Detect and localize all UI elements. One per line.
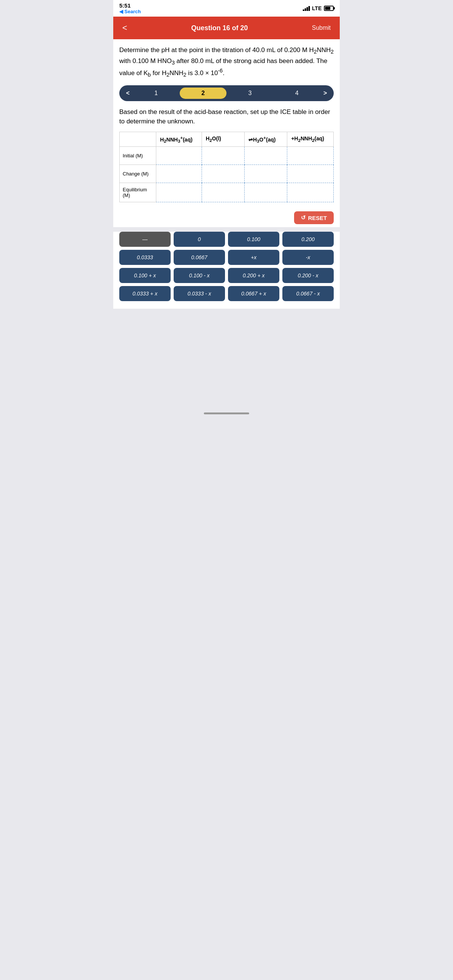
prev-step-button[interactable]: <: [123, 88, 132, 98]
answer-grid: — 0 0.100 0.200 0.0333 0.0667 +x -x 0.10…: [113, 232, 340, 309]
answer-btn-00667-minus-x[interactable]: 0.0667 - x: [282, 286, 334, 301]
main-content: Determine the pH at the point in the tit…: [113, 39, 340, 227]
equilibrium-cell-2[interactable]: [202, 183, 244, 202]
lte-label: LTE: [312, 5, 322, 11]
status-time: 5:51: [119, 2, 141, 9]
answer-btn-plus-x[interactable]: +x: [228, 250, 279, 265]
back-search-link[interactable]: ◀ Search: [119, 9, 141, 14]
answer-btn-00333-minus-x[interactable]: 0.0333 - x: [174, 286, 225, 301]
step-navigator: < 1 2 3 4 >: [119, 85, 334, 101]
initial-label: Initial (M): [120, 147, 156, 165]
sub-question-text: Based on the result of the acid-base rea…: [119, 107, 334, 126]
reset-icon: ↺: [301, 214, 306, 221]
status-right: LTE: [303, 5, 334, 11]
initial-cell-4[interactable]: [287, 147, 334, 165]
back-button[interactable]: <: [119, 22, 130, 34]
step-1-button[interactable]: 1: [132, 88, 179, 99]
ice-table: H2NNH3+(aq) H2O(l) ⇌H3O+(aq) +H2NNH2(aq)…: [119, 132, 334, 202]
question-progress: Question 16 of 20: [130, 24, 309, 32]
initial-cell-2[interactable]: [202, 147, 244, 165]
ice-row-initial: Initial (M): [120, 147, 334, 165]
answer-btn-0200[interactable]: 0.200: [282, 232, 334, 247]
reset-row: ↺ RESET: [119, 208, 334, 227]
signal-icon: [303, 6, 310, 11]
equilibrium-cell-4[interactable]: [287, 183, 334, 202]
answer-btn-00333-plus-x[interactable]: 0.0333 + x: [119, 286, 171, 301]
home-indicator: [204, 412, 249, 414]
bottom-area: [113, 309, 340, 422]
answer-btn-00667[interactable]: 0.0667: [174, 250, 225, 265]
next-step-button[interactable]: >: [321, 88, 330, 98]
table-col-1: H2NNH3+(aq): [156, 132, 202, 146]
change-cell-4[interactable]: [287, 165, 334, 183]
table-header-label: [120, 132, 156, 146]
initial-cell-1[interactable]: [156, 147, 202, 165]
initial-cell-3[interactable]: [245, 147, 287, 165]
step-2-button[interactable]: 2: [180, 88, 226, 99]
ice-row-change: Change (M): [120, 165, 334, 183]
change-cell-2[interactable]: [202, 165, 244, 183]
answer-btn-dash[interactable]: —: [119, 232, 171, 247]
answer-btn-0100-plus-x[interactable]: 0.100 + x: [119, 268, 171, 283]
answer-btn-0100-minus-x[interactable]: 0.100 - x: [174, 268, 225, 283]
status-bar: 5:51 ◀ Search LTE: [113, 0, 340, 17]
status-left: 5:51 ◀ Search: [119, 2, 141, 14]
answer-btn-0200-plus-x[interactable]: 0.200 + x: [228, 268, 279, 283]
battery-icon: [324, 6, 334, 11]
table-col-2: H2O(l): [202, 132, 244, 146]
header: < Question 16 of 20 Submit: [113, 17, 340, 39]
ice-table-wrapper: H2NNH3+(aq) H2O(l) ⇌H3O+(aq) +H2NNH2(aq)…: [119, 132, 334, 202]
step-3-button[interactable]: 3: [226, 88, 273, 99]
answer-btn-0200-minus-x[interactable]: 0.200 - x: [282, 268, 334, 283]
change-label: Change (M): [120, 165, 156, 183]
table-col-3: ⇌H3O+(aq): [245, 132, 287, 146]
equilibrium-cell-3[interactable]: [245, 183, 287, 202]
step-4-button[interactable]: 4: [273, 88, 320, 99]
equilibrium-cell-1[interactable]: [156, 183, 202, 202]
answer-btn-00667-plus-x[interactable]: 0.0667 + x: [228, 286, 279, 301]
answer-btn-0100[interactable]: 0.100: [228, 232, 279, 247]
equilibrium-label: Equilibrium(M): [120, 183, 156, 202]
reset-button[interactable]: ↺ RESET: [294, 211, 334, 224]
change-cell-1[interactable]: [156, 165, 202, 183]
submit-button[interactable]: Submit: [309, 23, 334, 33]
ice-row-equilibrium: Equilibrium(M): [120, 183, 334, 202]
answer-btn-0[interactable]: 0: [174, 232, 225, 247]
answer-btn-00333[interactable]: 0.0333: [119, 250, 171, 265]
table-col-4: +H2NNH2(aq): [287, 132, 334, 146]
answer-btn-minus-x[interactable]: -x: [282, 250, 334, 265]
change-cell-3[interactable]: [245, 165, 287, 183]
question-text: Determine the pH at the point in the tit…: [119, 45, 334, 79]
reset-label: RESET: [308, 215, 327, 221]
